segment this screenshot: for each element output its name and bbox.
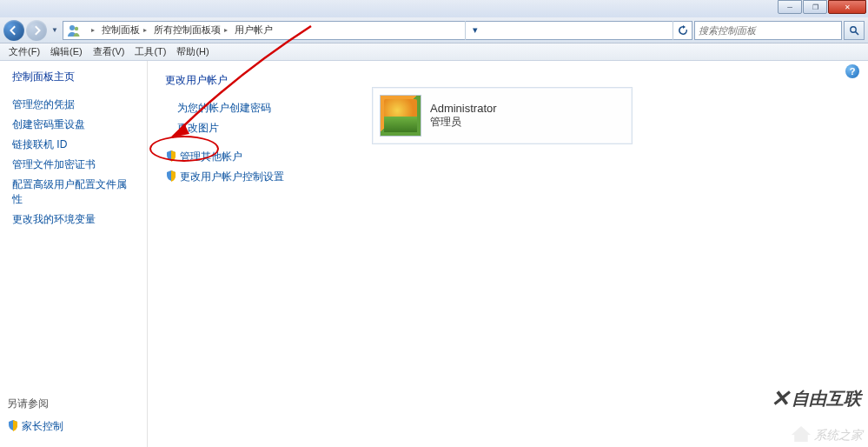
sidebar-link-parental[interactable]: 家长控制 <box>7 417 69 437</box>
account-name: Administrator <box>430 102 497 115</box>
svg-point-0 <box>70 25 75 30</box>
watermark-2: 系统之家 <box>792 426 863 444</box>
close-button[interactable]: ✕ <box>828 0 866 14</box>
search-box[interactable] <box>694 21 842 40</box>
back-button[interactable] <box>3 20 24 41</box>
breadcrumb-label: 用户帐户 <box>235 23 273 37</box>
menu-bar: 文件(F) 编辑(E) 查看(V) 工具(T) 帮助(H) <box>0 43 868 61</box>
navigation-row: ▼ ▸ 控制面板▸ 所有控制面板项▸ 用户帐户 ▾ <box>0 17 868 43</box>
breadcrumb-seg-3[interactable]: 用户帐户 <box>231 22 276 39</box>
main-content: 更改用户帐户 为您的帐户创建密码 更改图片 管理其他帐户 更改用户帐户控制设置 … <box>148 61 868 447</box>
minimize-button[interactable]: ─ <box>778 0 802 14</box>
sidebar-link-label: 家长控制 <box>22 420 63 432</box>
sidebar-link-encrypt-cert[interactable]: 管理文件加密证书 <box>7 155 140 175</box>
control-panel-home-link[interactable]: 控制面板主页 <box>7 70 140 84</box>
refresh-button[interactable] <box>673 21 692 40</box>
account-text: Administrator 管理员 <box>430 102 497 130</box>
account-type: 管理员 <box>430 115 497 130</box>
menu-edit[interactable]: 编辑(E) <box>45 43 88 60</box>
sidebar: 控制面板主页 管理您的凭据 创建密码重设盘 链接联机 ID 管理文件加密证书 配… <box>0 61 148 447</box>
sidebar-link-adv-profile[interactable]: 配置高级用户配置文件属性 <box>7 175 140 210</box>
titlebar: ─ ❐ ✕ <box>0 0 868 17</box>
address-dropdown[interactable]: ▾ <box>465 21 484 40</box>
see-also-label: 另请参阅 <box>7 397 69 411</box>
shield-icon <box>165 150 177 162</box>
sidebar-link-reset-disk[interactable]: 创建密码重设盘 <box>7 115 140 135</box>
sidebar-link-credentials[interactable]: 管理您的凭据 <box>7 95 140 115</box>
link-label: 更改用户帐户控制设置 <box>180 170 284 183</box>
shield-icon <box>165 170 177 182</box>
svg-point-2 <box>851 26 856 31</box>
breadcrumb-seg-0[interactable]: ▸ <box>84 22 98 39</box>
shield-icon <box>7 419 19 431</box>
menu-file[interactable]: 文件(F) <box>3 43 45 60</box>
sidebar-link-online-id[interactable]: 链接联机 ID <box>7 135 140 155</box>
menu-tools[interactable]: 工具(T) <box>129 43 171 60</box>
link-label: 管理其他帐户 <box>180 150 242 163</box>
help-icon[interactable]: ? <box>845 64 859 78</box>
user-accounts-icon <box>67 23 81 37</box>
account-card[interactable]: Administrator 管理员 <box>372 87 633 144</box>
link-manage-other-accounts[interactable]: 管理其他帐户 <box>165 147 851 167</box>
watermark-1: ✕自由互联 <box>771 385 861 412</box>
page-title: 更改用户帐户 <box>165 73 851 88</box>
address-bar[interactable]: ▸ 控制面板▸ 所有控制面板项▸ 用户帐户 ▾ <box>63 21 692 40</box>
breadcrumb-seg-2[interactable]: 所有控制面板项▸ <box>150 22 231 39</box>
history-dropdown[interactable]: ▼ <box>49 23 61 38</box>
search-button[interactable] <box>844 21 865 40</box>
body: 控制面板主页 管理您的凭据 创建密码重设盘 链接联机 ID 管理文件加密证书 配… <box>0 61 868 447</box>
breadcrumb-label: 所有控制面板项 <box>154 23 221 37</box>
svg-point-1 <box>75 26 78 30</box>
search-input[interactable] <box>699 25 838 36</box>
menu-help[interactable]: 帮助(H) <box>171 43 214 60</box>
link-uac-settings[interactable]: 更改用户帐户控制设置 <box>165 167 851 187</box>
restore-button[interactable]: ❐ <box>803 0 827 14</box>
menu-view[interactable]: 查看(V) <box>88 43 130 60</box>
forward-button[interactable] <box>26 20 47 41</box>
svg-line-3 <box>856 31 859 35</box>
avatar <box>380 95 421 137</box>
breadcrumb-seg-1[interactable]: 控制面板▸ <box>98 22 150 39</box>
breadcrumb-label: 控制面板 <box>102 23 140 37</box>
sidebar-link-env-vars[interactable]: 更改我的环境变量 <box>7 210 140 230</box>
